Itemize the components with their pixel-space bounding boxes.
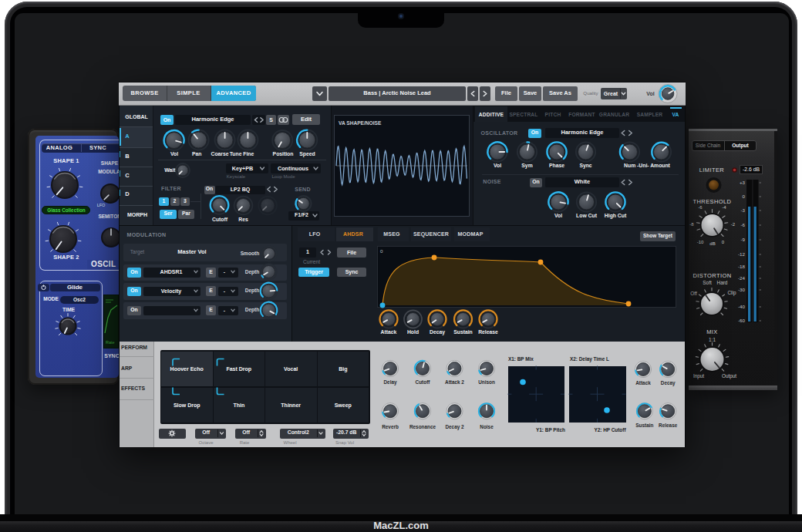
svg-text:-6: -6 (740, 222, 745, 227)
svg-text:+3: +3 (740, 180, 746, 185)
svg-text:-18: -18 (738, 264, 746, 269)
svg-text:-40: -40 (738, 304, 746, 309)
svg-text:-3: -3 (740, 207, 745, 213)
svg-text:-9: -9 (740, 237, 745, 242)
svg-text:-60: -60 (738, 318, 746, 323)
svg-text:-24: -24 (738, 275, 746, 281)
svg-text:-12: -12 (738, 251, 746, 257)
svg-text:0: 0 (743, 194, 746, 199)
svg-text:-30: -30 (738, 287, 746, 292)
